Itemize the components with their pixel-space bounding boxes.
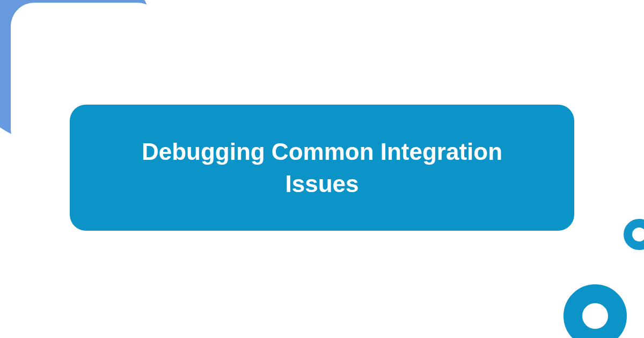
title-card: Debugging Common Integration Issues [70,105,574,231]
decorative-ring-small [624,219,644,250]
decorative-ring-large [564,284,627,338]
page-title: Debugging Common Integration Issues [102,136,542,200]
